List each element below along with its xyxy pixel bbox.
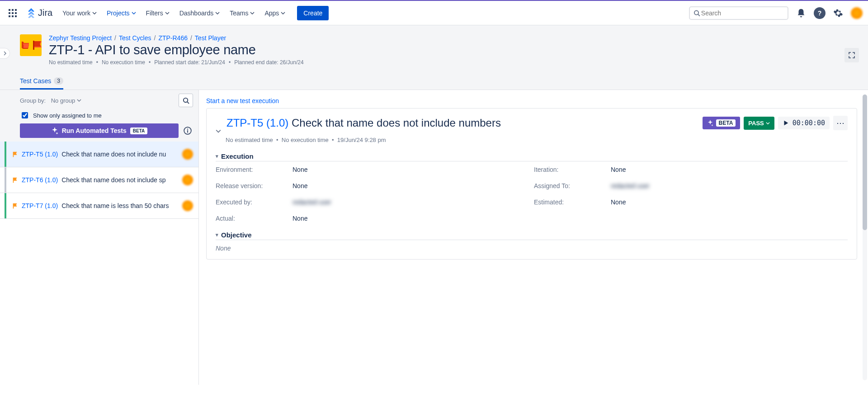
tab-test-cases[interactable]: Test Cases 3 (20, 74, 63, 90)
execution-fields: Environment: None Iteration: None Releas… (216, 166, 848, 222)
project-icon (20, 34, 42, 56)
nav-projects[interactable]: Projects (103, 7, 140, 19)
filter-search-button[interactable] (179, 94, 193, 107)
environment-label: Environment: (216, 166, 288, 173)
svg-rect-5 (15, 12, 17, 14)
objective-section-header[interactable]: Objective (216, 231, 848, 240)
execution-section-header[interactable]: Execution (216, 152, 848, 161)
settings-icon[interactable] (831, 6, 845, 20)
create-button[interactable]: Create (297, 6, 329, 20)
sparkle-icon (51, 127, 58, 134)
test-cases-pane: Group by: No group Show only assigned to… (0, 90, 199, 385)
test-case-name: Check that name does not include nu (61, 151, 179, 158)
svg-rect-12 (33, 41, 34, 50)
show-assigned-checkbox[interactable] (22, 112, 28, 118)
jira-logo-text: Jira (38, 8, 52, 18)
iteration-value: None (611, 166, 848, 173)
app-switcher-icon[interactable] (5, 6, 20, 20)
nav-apps[interactable]: Apps (261, 7, 289, 19)
start-execution-link[interactable]: Start a new test execution (206, 95, 279, 108)
iteration-label: Iteration: (534, 166, 606, 173)
status-bar (5, 193, 6, 218)
assigned-value: redacted user (611, 182, 848, 189)
fullscreen-button[interactable] (844, 48, 859, 62)
svg-rect-4 (12, 12, 14, 14)
svg-rect-7 (12, 15, 14, 17)
nav-teams[interactable]: Teams (226, 7, 258, 19)
svg-rect-17 (187, 130, 188, 133)
assignee-avatar (182, 149, 193, 160)
sparkle-icon (707, 120, 713, 126)
nav-your-work[interactable]: Your work (59, 7, 100, 19)
svg-rect-0 (9, 9, 10, 11)
executed-value: redacted user (292, 198, 529, 206)
test-cases-count-badge: 3 (54, 77, 63, 85)
test-case-item[interactable]: ZTP-T5 (1.0) Check that name does not in… (0, 142, 198, 167)
nav-filters[interactable]: Filters (142, 7, 173, 19)
breadcrumb-project[interactable]: Zephyr Testing Project (49, 34, 112, 42)
group-by-dropdown[interactable]: Group by: No group (20, 97, 81, 104)
page-header: Zephyr Testing Project/ Test Cycles/ ZTP… (0, 25, 868, 90)
release-label: Release version: (216, 182, 288, 189)
estimated-label: Estimated: (534, 198, 606, 206)
test-key[interactable]: ZTP-T5 (1.0) (226, 117, 288, 129)
nav-dashboards[interactable]: Dashboards (176, 7, 224, 19)
collapse-toggle[interactable] (216, 116, 221, 134)
scrollbar-thumb[interactable] (863, 95, 867, 230)
status-bar (5, 142, 6, 167)
status-dropdown[interactable]: PASS (744, 117, 774, 130)
test-case-key: ZTP-T7 (1.0) (22, 202, 58, 209)
info-icon[interactable] (182, 125, 193, 136)
svg-rect-1 (12, 9, 14, 11)
profile-avatar[interactable] (851, 7, 863, 19)
play-icon (783, 120, 789, 126)
actual-value: None (292, 215, 529, 222)
top-nav: Jira Your work Projects Filters Dashboar… (0, 0, 868, 25)
svg-rect-8 (15, 15, 17, 17)
test-case-key: ZTP-T6 (1.0) (22, 176, 58, 184)
show-assigned-label: Show only assigned to me (33, 112, 102, 119)
breadcrumb-player[interactable]: Test Player (195, 34, 226, 42)
ai-beta-button[interactable]: BETA (703, 117, 741, 129)
search-input[interactable] (689, 6, 788, 20)
actual-label: Actual: (216, 215, 288, 222)
more-actions-button[interactable]: ⋯ (833, 116, 848, 130)
breadcrumb: Zephyr Testing Project/ Test Cycles/ ZTP… (49, 34, 854, 42)
chevron-down-icon (766, 121, 770, 125)
executed-label: Executed by: (216, 198, 288, 206)
status-bar (5, 167, 6, 193)
notifications-icon[interactable] (794, 6, 808, 20)
objective-value: None (216, 245, 848, 252)
estimated-value: None (611, 198, 848, 206)
breadcrumb-cycle-key[interactable]: ZTP-R466 (158, 34, 188, 42)
help-icon[interactable]: ? (814, 7, 826, 19)
test-case-name: Check that name does not include sp (61, 176, 179, 184)
test-case-list: ZTP-T5 (1.0) Check that name does not in… (0, 142, 198, 385)
svg-rect-3 (9, 12, 10, 14)
release-value: None (292, 182, 529, 189)
breadcrumb-cycles[interactable]: Test Cycles (119, 34, 151, 42)
assignee-avatar (182, 175, 193, 185)
search-icon (183, 97, 189, 104)
test-title: ZTP-T5 (1.0) Check that name does not in… (226, 116, 697, 130)
svg-rect-6 (9, 15, 10, 17)
svg-line-10 (698, 14, 700, 16)
test-case-item[interactable]: ZTP-T7 (1.0) Check that name is less tha… (0, 193, 198, 219)
flag-icon (12, 177, 18, 183)
test-meta: No estimated time • No execution time • … (226, 137, 848, 143)
test-name: Check that name does not include numbers (292, 117, 501, 129)
test-case-key: ZTP-T5 (1.0) (22, 151, 58, 158)
test-case-item[interactable]: ZTP-T6 (1.0) Check that name does not in… (0, 167, 198, 193)
test-case-name: Check that name is less than 50 chars (61, 202, 179, 209)
svg-point-13 (183, 98, 187, 102)
flag-icon (12, 203, 18, 209)
page-title: ZTP-1 - API to save employee name (49, 43, 854, 57)
run-automated-tests-button[interactable]: Run Automated Tests BETA (20, 123, 179, 138)
environment-value: None (292, 166, 529, 173)
jira-logo[interactable]: Jira (23, 8, 56, 18)
svg-line-14 (187, 102, 189, 104)
flag-icon (12, 151, 18, 157)
beta-badge: BETA (130, 128, 147, 134)
page-meta: No estimated time No execution time Plan… (49, 59, 854, 66)
timer[interactable]: 00:00:00 (778, 117, 830, 129)
